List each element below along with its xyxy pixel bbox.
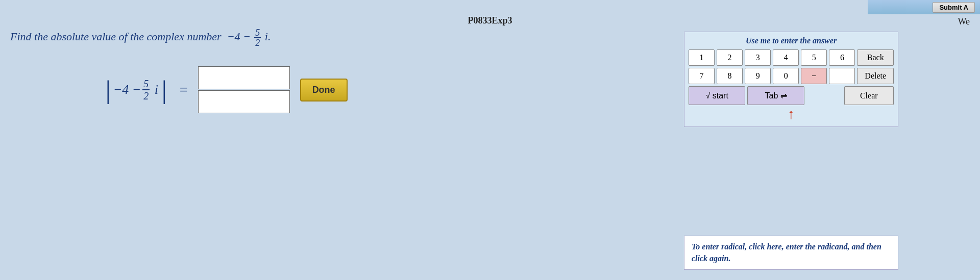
key-6[interactable]: 6	[829, 49, 855, 66]
we-label: We	[958, 16, 970, 27]
problem-id: P0833Exp3	[468, 15, 512, 26]
expression-area: | −4 − 5 2 i | = Done	[102, 66, 348, 113]
key-7[interactable]: 7	[689, 68, 715, 84]
equals-sign: =	[180, 82, 188, 98]
question-frac-den: 2	[254, 38, 261, 47]
answer-box-top[interactable]	[198, 66, 290, 89]
expr-frac-num: 5	[142, 78, 150, 90]
key-3[interactable]: 3	[745, 49, 771, 66]
key-empty	[829, 68, 855, 84]
submit-button[interactable]: Submit A	[933, 2, 975, 13]
question-fraction: 5 2	[254, 28, 261, 47]
tooltip-text: To enter radical, click here, enter the …	[692, 241, 891, 264]
top-bar: Submit A	[868, 0, 980, 14]
key-minus[interactable]: −	[801, 68, 827, 84]
question-i: i.	[265, 30, 271, 43]
abs-bar-right: |	[160, 77, 167, 103]
key-0[interactable]: 0	[773, 68, 799, 84]
key-2[interactable]: 2	[717, 49, 743, 66]
back-button[interactable]: Back	[857, 49, 894, 66]
expr-i: i	[151, 82, 158, 97]
delete-button[interactable]: Delete	[857, 68, 894, 84]
expr-fraction: 5 2	[142, 78, 150, 101]
spacer	[806, 86, 842, 105]
answer-box-bottom[interactable]	[198, 90, 290, 113]
tooltip-box: To enter radical, click here, enter the …	[684, 236, 898, 270]
done-button[interactable]: Done	[300, 79, 348, 101]
keypad-panel: Use me to enter the answer 1 2 3 4 5 6 B…	[684, 32, 898, 127]
expr-frac-den: 2	[142, 90, 150, 101]
clear-button[interactable]: Clear	[844, 86, 894, 105]
key-5[interactable]: 5	[801, 49, 827, 66]
expr-minus4: −4 −	[113, 82, 141, 97]
question-text: Find the absolute value of the complex n…	[10, 28, 271, 47]
tab-button[interactable]: Tab ⇌	[747, 86, 804, 105]
abs-expression: | −4 − 5 2 i |	[102, 77, 169, 103]
abs-bar-left: |	[104, 77, 111, 103]
key-1[interactable]: 1	[689, 49, 715, 66]
key-4[interactable]: 4	[773, 49, 799, 66]
sqrt-button[interactable]: √ start	[689, 86, 745, 105]
keypad-title: Use me to enter the answer	[689, 36, 894, 45]
key-9[interactable]: 9	[745, 68, 771, 84]
key-8[interactable]: 8	[717, 68, 743, 84]
question-frac-num: 5	[254, 28, 261, 38]
answer-boxes	[198, 66, 290, 113]
question-prefix: Find the absolute value of the complex n…	[10, 30, 222, 43]
arrow-indicator: ↑	[689, 107, 894, 121]
